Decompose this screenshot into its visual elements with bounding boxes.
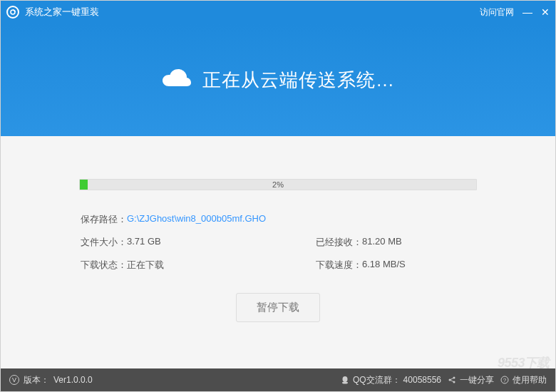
minimize-button[interactable]: — bbox=[522, 7, 532, 17]
version-label: 版本： bbox=[24, 374, 49, 386]
button-row: 暂停下载 bbox=[79, 293, 477, 322]
help-label: 使用帮助 bbox=[513, 374, 547, 386]
share-link[interactable]: 一键分享 bbox=[447, 374, 494, 386]
content-area: 2% 保存路径： G:\ZJGhost\win8_000b05mf.GHO 文件… bbox=[1, 136, 555, 322]
download-info: 保存路径： G:\ZJGhost\win8_000b05mf.GHO 文件大小：… bbox=[79, 213, 477, 272]
titlebar: 系统之家一键重装 访问官网 — ✕ bbox=[1, 1, 555, 24]
qq-icon bbox=[340, 375, 350, 385]
qq-value: 40058556 bbox=[403, 375, 441, 385]
cloud-icon bbox=[161, 68, 192, 92]
qq-label: QQ交流群： bbox=[353, 374, 401, 386]
status-label: 下载状态： bbox=[81, 259, 127, 272]
header-banner: 正在从云端传送系统… bbox=[1, 24, 555, 136]
speed-label: 下载速度： bbox=[316, 259, 362, 272]
svg-point-2 bbox=[342, 382, 348, 384]
svg-point-1 bbox=[342, 376, 347, 382]
progress-bar: 2% bbox=[79, 179, 477, 190]
status-value: 正在下载 bbox=[127, 259, 164, 272]
share-label: 一键分享 bbox=[460, 374, 494, 386]
file-size-value: 3.71 GB bbox=[127, 236, 161, 249]
header-heading: 正在从云端传送系统… bbox=[202, 68, 395, 93]
share-icon bbox=[447, 375, 457, 385]
version-value: Ver1.0.0.0 bbox=[53, 375, 93, 385]
app-title: 系统之家一键重装 bbox=[25, 6, 480, 19]
received-value: 81.20 MB bbox=[362, 236, 402, 249]
window-controls: 访问官网 — ✕ bbox=[480, 6, 550, 19]
close-button[interactable]: ✕ bbox=[541, 7, 550, 17]
save-path-label: 保存路径： bbox=[81, 213, 127, 226]
progress-text: 2% bbox=[79, 179, 477, 190]
qq-group-link[interactable]: QQ交流群： 40058556 bbox=[340, 374, 441, 386]
help-link[interactable]: ? 使用帮助 bbox=[500, 374, 547, 386]
footer-bar: V 版本： Ver1.0.0.0 QQ交流群： 40058556 一键分享 ? … bbox=[1, 368, 555, 391]
version-icon: V bbox=[9, 375, 19, 385]
footer-left: V 版本： Ver1.0.0.0 bbox=[9, 374, 93, 386]
file-size-label: 文件大小： bbox=[81, 236, 127, 249]
speed-value: 6.18 MB/S bbox=[362, 259, 406, 272]
footer-right: QQ交流群： 40058556 一键分享 ? 使用帮助 bbox=[340, 374, 547, 386]
svg-text:?: ? bbox=[503, 377, 507, 383]
pause-download-button[interactable]: 暂停下载 bbox=[236, 293, 320, 322]
app-logo-icon bbox=[6, 6, 19, 19]
received-label: 已经接收： bbox=[316, 236, 362, 249]
save-path-value: G:\ZJGhost\win8_000b05mf.GHO bbox=[127, 213, 266, 226]
help-icon: ? bbox=[500, 375, 510, 385]
visit-official-link[interactable]: 访问官网 bbox=[480, 6, 514, 19]
